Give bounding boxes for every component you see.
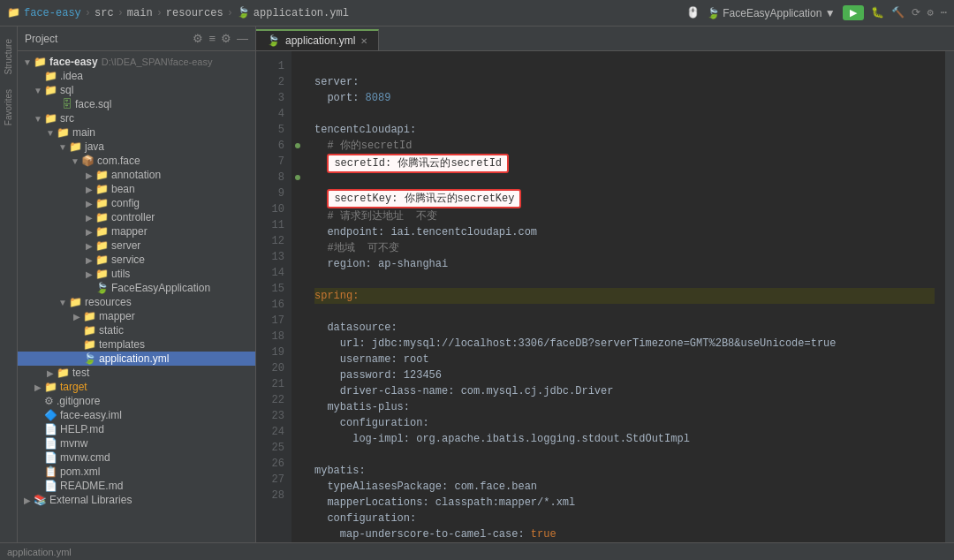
tree-item-gitignore[interactable]: ⚙ .gitignore	[18, 394, 255, 408]
tree-label-templates: templates	[99, 338, 145, 351]
tree-item-face-easy-app[interactable]: 🍃 FaceEasyApplication	[18, 281, 255, 295]
tree-label-application-yml: application.yml	[99, 352, 169, 365]
face-sql-icon: 🗄	[62, 98, 72, 110]
utils-folder-icon: 📁	[95, 268, 109, 280]
com-face-icon: 📦	[81, 155, 95, 167]
controller-folder-icon: 📁	[95, 211, 109, 223]
sidebar-settings-button[interactable]: ⚙	[193, 32, 203, 45]
tree-arrow-bean: ▶	[83, 185, 95, 194]
breadcrumb-resources[interactable]: resources	[166, 7, 223, 19]
breadcrumb-root[interactable]: face-easy	[24, 7, 81, 19]
sidebar-gear-button[interactable]: ⚙	[221, 32, 231, 45]
tree-item-static[interactable]: 📁 static	[18, 323, 255, 337]
tree-item-mvnw-cmd[interactable]: 📄 mvnw.cmd	[18, 450, 255, 465]
tree-item-service[interactable]: ▶ 📁 service	[18, 253, 255, 267]
tree-arrow-service: ▶	[83, 255, 95, 265]
update-button[interactable]: ⟳	[912, 6, 920, 19]
tree-item-main[interactable]: ▼ 📁 main	[18, 125, 255, 140]
editor-tabs: 🍃 application.yml ✕	[256, 26, 954, 51]
breadcrumb-yaml: application.yml	[254, 7, 349, 19]
tree-item-com-face[interactable]: ▼ 📦 com.face	[18, 154, 255, 168]
more-button2[interactable]: ⋯	[941, 6, 947, 19]
code-editor[interactable]: server: port: 8089 tencentcloudapi: # 你的…	[304, 51, 945, 542]
tree-item-bean[interactable]: ▶ 📁 bean	[18, 182, 255, 196]
src-folder-icon: 📁	[44, 112, 57, 125]
tree-item-external-libs[interactable]: ▶ 📚 External Libraries	[18, 493, 255, 507]
line-9: # 请求到达地址 不变	[314, 210, 437, 223]
mvnw-cmd-icon: 📄	[44, 451, 57, 464]
tree-arrow-resources: ▼	[57, 298, 69, 307]
static-folder-icon: 📁	[83, 324, 96, 337]
line-22: log-impl: org.apache.ibatis.logging.stdo…	[314, 433, 690, 445]
application-yml-icon: 🍃	[83, 352, 96, 365]
line-11: #地域 可不变	[314, 242, 399, 254]
line-14: spring:	[314, 288, 935, 304]
tab-yaml-icon: 🍃	[267, 34, 280, 47]
mvnw-icon: 📄	[44, 437, 57, 450]
tree-item-java[interactable]: ▼ 📁 java	[18, 140, 255, 154]
run-button[interactable]: ▶	[843, 5, 864, 20]
line-21: configuration:	[314, 417, 429, 429]
tree-item-annotation[interactable]: ▶ 📁 annotation	[18, 168, 255, 182]
tree-label-sql: sql	[60, 84, 73, 96]
tree-arrow-mapper-res: ▶	[71, 312, 83, 322]
tree-label-annotation: annotation	[111, 169, 161, 181]
line-10: endpoint: iai.tencentcloudapi.com	[314, 226, 537, 238]
tree-label-gitignore: .gitignore	[57, 395, 100, 407]
more-button[interactable]: ⚙	[928, 6, 934, 19]
breadcrumb-src[interactable]: src	[95, 7, 114, 19]
tree-item-readme-md[interactable]: 📄 README.md	[18, 479, 255, 493]
tree-label-face-easy-iml: face-easy.iml	[60, 409, 122, 421]
tree-label-service: service	[111, 254, 145, 266]
tree-item-application-yml[interactable]: 🍃 application.yml	[18, 352, 255, 366]
tree-item-test[interactable]: ▶ 📁 test	[18, 366, 255, 380]
tree-label-mvnw: mvnw	[60, 437, 87, 450]
tree-item-face-easy[interactable]: ▼ 📁 face-easy D:\IDEA_SPAN\face-easy	[18, 55, 255, 69]
tree-item-src[interactable]: ▼ 📁 src	[18, 111, 255, 125]
bean-folder-icon: 📁	[95, 183, 109, 195]
tree-label-pom-xml: pom.xml	[60, 465, 100, 478]
cursor-icon[interactable]: 🖱️	[686, 6, 700, 19]
tree-item-config[interactable]: ▶ 📁 config	[18, 196, 255, 210]
line-5: # 你的secretId	[314, 140, 412, 152]
tree-label-face-easy-app: FaceEasyApplication	[111, 282, 210, 294]
tree-label-static: static	[99, 324, 124, 337]
debug-button[interactable]: 🐛	[871, 6, 884, 19]
tree-label-test: test	[72, 367, 89, 379]
tree-item-templates[interactable]: 📁 templates	[18, 337, 255, 352]
tree-item-controller[interactable]: ▶ 📁 controller	[18, 210, 255, 224]
tab-close-button[interactable]: ✕	[360, 36, 367, 46]
tab-application-yml[interactable]: 🍃 application.yml ✕	[256, 29, 379, 50]
tree-label-mapper-res: mapper	[99, 310, 135, 322]
line-12: region: ap-shanghai	[314, 258, 448, 270]
tree-item-utils[interactable]: ▶ 📁 utils	[18, 267, 255, 281]
editor-area: 🍃 application.yml ✕ 12345 678910 1112131…	[256, 26, 954, 542]
tree-item-target[interactable]: ▶ 📁 target	[18, 380, 255, 394]
tree-item-pom-xml[interactable]: 📋 pom.xml	[18, 465, 255, 479]
tree-item-server[interactable]: ▶ 📁 server	[18, 238, 255, 253]
tree-item-mapper[interactable]: ▶ 📁 mapper	[18, 224, 255, 238]
favorites-tab[interactable]: Favorites	[2, 86, 15, 129]
tree-item-help-md[interactable]: 📄 HELP.md	[18, 422, 255, 436]
tree-item-mapper-res[interactable]: ▶ 📁 mapper	[18, 309, 255, 323]
tree-item-sql[interactable]: ▼ 📁 sql	[18, 83, 255, 97]
tree-item-resources[interactable]: ▼ 📁 resources	[18, 295, 255, 309]
breadcrumb-main[interactable]: main	[127, 7, 153, 19]
tree-item-face-easy-iml[interactable]: 🔷 face-easy.iml	[18, 408, 255, 422]
structure-tab[interactable]: Structure	[2, 35, 15, 79]
app-selector[interactable]: 🍃 FaceEasyApplication ▼	[707, 7, 836, 19]
tree-item-face-sql[interactable]: 🗄 face.sql	[18, 97, 255, 111]
tree-item-idea[interactable]: 📁 .idea	[18, 69, 255, 83]
help-md-icon: 📄	[44, 423, 57, 435]
build-button[interactable]: 🔨	[891, 6, 905, 19]
tree-label-server: server	[111, 239, 140, 252]
editor-scrollbar[interactable]	[945, 51, 954, 542]
sidebar-minimize-button[interactable]: —	[237, 32, 248, 45]
tree-item-mvnw[interactable]: 📄 mvnw	[18, 436, 255, 450]
sidebar-filter-button[interactable]: ≡	[208, 32, 216, 45]
line-15: datasource:	[314, 322, 398, 334]
server-folder-icon: 📁	[95, 239, 109, 252]
tree-label-target: target	[60, 381, 87, 393]
project-folder-icon: 📁	[34, 56, 47, 68]
line-2: port: 8089	[314, 92, 390, 104]
